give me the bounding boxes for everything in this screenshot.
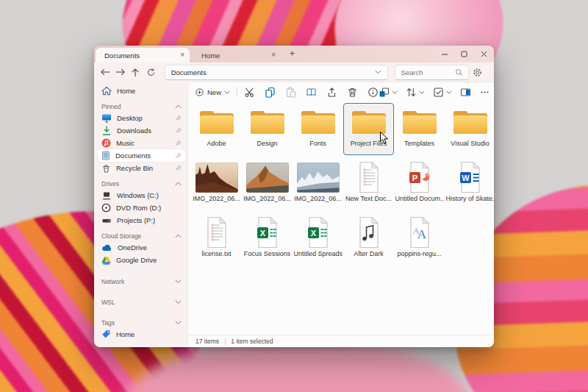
- settings-gear-icon[interactable]: [473, 68, 488, 77]
- pin-icon: [175, 152, 182, 159]
- sidebar-item-downloads[interactable]: Downloads: [98, 124, 185, 137]
- share-button[interactable]: [326, 87, 337, 98]
- file-name: IMG_2022_06...: [193, 195, 240, 202]
- tab-home[interactable]: Home ×: [193, 48, 281, 63]
- sidebar-item-onedrive[interactable]: OneDrive: [98, 241, 185, 254]
- photo-thumbnail-desert: [196, 163, 238, 193]
- chevron-up-icon[interactable]: [175, 182, 182, 186]
- forward-icon[interactable]: [115, 68, 129, 76]
- address-bar[interactable]: Documents: [165, 65, 389, 80]
- status-bar: 17 items | 1 item selected: [188, 335, 494, 347]
- file-tile[interactable]: AApoppins-regu...: [394, 213, 445, 266]
- sidebar-item-recycle-bin[interactable]: Recycle Bin: [98, 162, 185, 174]
- text-icon: [356, 161, 381, 193]
- paste-icon: [285, 87, 296, 98]
- new-button[interactable]: New: [195, 88, 230, 97]
- new-tab-button[interactable]: +: [290, 49, 295, 59]
- chevron-down-icon[interactable]: [375, 70, 381, 74]
- sidebar-item-music[interactable]: Music: [98, 137, 185, 149]
- layout-button[interactable]: [379, 87, 398, 98]
- layout-icon: [379, 87, 390, 98]
- sidebar-item-home[interactable]: Home: [98, 328, 185, 341]
- tab-close-icon[interactable]: ×: [180, 51, 184, 59]
- sidebar-item-label: Desktop: [117, 114, 143, 122]
- see-more-button[interactable]: [479, 87, 490, 98]
- sidebar-section-pinned[interactable]: Pinned: [98, 101, 185, 112]
- file-tile[interactable]: license.txt: [191, 213, 242, 266]
- sidebar-item-projects-p[interactable]: Projects (P:): [98, 214, 185, 227]
- sidebar-item-windows-c[interactable]: Windows (C:): [98, 189, 185, 202]
- sidebar-section-network[interactable]: Network: [98, 277, 185, 287]
- view-options-button[interactable]: [433, 87, 452, 98]
- sidebar-item-label: Recycle Bin: [116, 164, 153, 172]
- sidebar-section-wsl[interactable]: WSL: [98, 297, 185, 307]
- titlebar[interactable]: Documents × Home × +: [94, 46, 494, 63]
- maximize-button[interactable]: [454, 46, 474, 63]
- refresh-icon[interactable]: [146, 68, 159, 77]
- font-icon: AA: [407, 216, 432, 249]
- documents-icon: [101, 151, 110, 160]
- chevron-down-icon[interactable]: [175, 300, 182, 304]
- folder-icon: [250, 108, 285, 136]
- search-icon: [455, 68, 463, 76]
- file-name: IMG_2022_06...: [243, 195, 291, 202]
- status-divider: |: [224, 338, 226, 345]
- up-icon[interactable]: [131, 68, 144, 77]
- svg-text:X: X: [310, 229, 316, 238]
- svg-text:X: X: [259, 229, 265, 238]
- sidebar-item-google-drive[interactable]: Google Drive: [98, 254, 185, 266]
- properties-button[interactable]: [368, 87, 379, 98]
- file-tile[interactable]: New Text Doc...: [343, 158, 394, 210]
- delete-button[interactable]: [347, 87, 358, 98]
- file-grid: AdobeDesignFontsProject FilesTemplatesVi…: [191, 103, 494, 268]
- folder-tile[interactable]: Project Files: [343, 103, 394, 155]
- file-name: Adobe: [207, 140, 226, 147]
- folder-tile[interactable]: Design: [242, 103, 293, 155]
- file-tile[interactable]: IMG_2022_06...: [293, 158, 343, 210]
- sidebar-item-home[interactable]: Home: [98, 85, 185, 97]
- sort-button[interactable]: [406, 87, 425, 98]
- sidebar-section-drives[interactable]: Drives: [98, 179, 185, 189]
- file-tile[interactable]: PUntitled Docum...: [394, 158, 445, 210]
- chevron-down-icon[interactable]: [175, 279, 182, 284]
- details-pane-button[interactable]: [460, 87, 471, 98]
- sidebar-item-label: Home: [116, 330, 135, 338]
- section-label: Pinned: [101, 103, 121, 110]
- back-icon[interactable]: [100, 68, 113, 76]
- close-button[interactable]: [474, 46, 494, 63]
- folder-tile[interactable]: Adobe: [191, 103, 242, 155]
- sidebar-item-documents[interactable]: Documents: [98, 149, 185, 162]
- sidebar-section-cloud-storage[interactable]: Cloud Storage: [98, 231, 185, 241]
- file-tile[interactable]: WHistory of Skate...: [445, 158, 494, 210]
- folder-tile[interactable]: Templates: [394, 103, 445, 155]
- chevron-down-icon[interactable]: [175, 321, 182, 325]
- search-input[interactable]: Search: [395, 65, 469, 80]
- file-name: Design: [257, 140, 277, 147]
- sidebar-section-tags[interactable]: Tags: [98, 318, 185, 328]
- folder-tile[interactable]: Fonts: [293, 103, 343, 155]
- tab-close-icon[interactable]: ×: [271, 51, 276, 59]
- folder-tile[interactable]: Visual Studio: [445, 103, 494, 155]
- desktop: Documents × Home × +: [0, 0, 588, 392]
- chevron-up-icon[interactable]: [175, 234, 182, 238]
- sidebar-item-dvd-rom-d[interactable]: DVD Rom (D:): [98, 202, 185, 214]
- copy-button[interactable]: [265, 87, 276, 98]
- file-tile[interactable]: After Dark: [343, 213, 394, 266]
- minimize-button[interactable]: [434, 46, 454, 63]
- pin-icon: [175, 115, 182, 121]
- music-icon: [101, 138, 111, 148]
- file-tile[interactable]: XFocus Sessions: [242, 213, 293, 266]
- sort-icon: [406, 87, 417, 98]
- cut-button[interactable]: [244, 87, 255, 98]
- audio-icon: [356, 216, 381, 249]
- file-tile[interactable]: IMG_2022_06...: [242, 158, 293, 210]
- paste-button[interactable]: [285, 87, 296, 98]
- section-label: Drives: [101, 180, 119, 188]
- chevron-up-icon[interactable]: [175, 104, 182, 109]
- tab-documents[interactable]: Documents ×: [96, 48, 190, 63]
- rename-button[interactable]: [306, 87, 317, 98]
- file-name: Untitled Docum...: [395, 195, 444, 202]
- sidebar-item-desktop[interactable]: Desktop: [98, 112, 185, 124]
- file-tile[interactable]: IMG_2022_06...: [191, 158, 242, 210]
- file-tile[interactable]: XUntitled Spreads...: [293, 213, 343, 266]
